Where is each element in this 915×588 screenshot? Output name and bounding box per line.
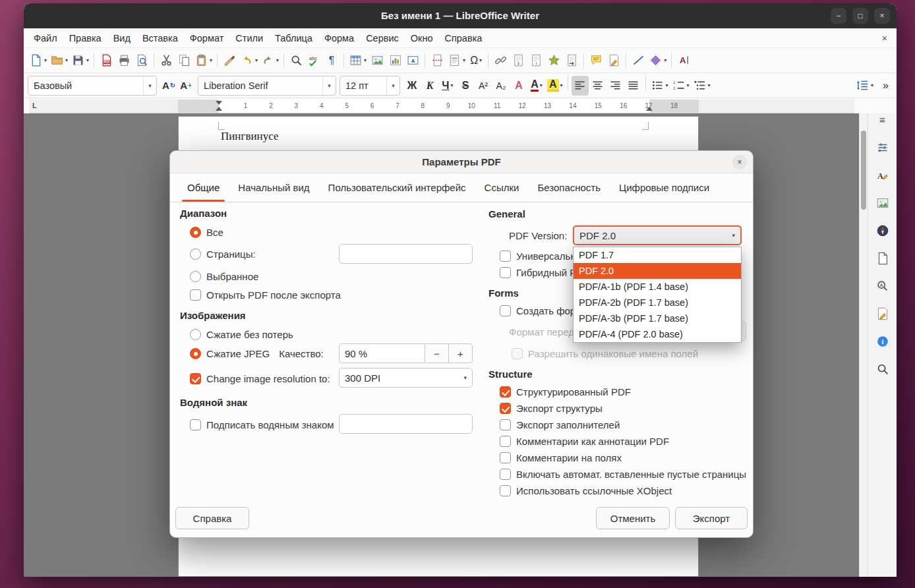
ruler[interactable]: L 123456789101112131415161718 [29,100,854,113]
maximize-button[interactable]: □ [852,8,868,24]
pdf-version-option[interactable]: PDF/A-2b (PDF 1.7 base) [574,295,741,310]
bold-icon[interactable]: Ж ▾ [403,76,421,96]
quality-decrease-button[interactable]: − [425,343,449,363]
chevron-down-icon[interactable]: ▾ [322,76,336,95]
tab-stop-selector[interactable]: L [32,102,37,109]
vertical-scrollbar[interactable] [859,113,868,577]
insert-textbox-icon[interactable]: ▾ [404,51,421,71]
sidebar-page-icon[interactable] [874,250,891,266]
menu-insert[interactable]: Вставка [136,31,184,45]
close-button[interactable]: × [874,8,890,24]
tab-user-interface[interactable]: Пользовательский интерфейс [319,173,475,202]
sidebar-styles-icon[interactable] [874,167,891,183]
checkbox-watermark[interactable]: Подписать водяным знаком [190,419,334,430]
tab-digital-signatures[interactable]: Цифровые подписи [610,173,719,202]
underline-icon[interactable]: Ч ▾ [439,76,456,96]
export-button[interactable]: Экспорт [675,507,748,529]
insert-field-icon[interactable]: ▾ [446,51,467,71]
first-line-indent-marker[interactable] [216,101,222,105]
pdf-version-option[interactable]: PDF/A-3b (PDF 1.7 base) [574,310,741,326]
footnote-icon[interactable]: ▾ [510,51,527,71]
draw-text-icon[interactable]: ▾ [675,51,692,71]
sidebar-style-inspector-icon[interactable] [874,278,891,294]
checkbox-change-resolution[interactable]: Change image resolution to: [190,372,330,384]
radio-all[interactable]: Все [190,226,223,238]
insert-table-icon[interactable]: ▾ [347,51,368,71]
new-document-icon[interactable]: ▾ [28,51,48,71]
menu-help[interactable]: Справка [438,31,488,45]
insert-chart-icon[interactable]: ▾ [386,51,403,71]
font-name-combo[interactable]: Liberation Serif ▾ [198,76,336,96]
cross-reference-icon[interactable]: ▾ [563,51,580,71]
print-icon[interactable]: ▾ [115,51,133,71]
formatting-marks-icon[interactable]: ¶ ▾ [323,51,340,71]
chevron-down-icon[interactable]: ▾ [386,76,399,95]
structure-checkbox-row[interactable]: Включать автомат. вставленные пустые стр… [500,468,746,480]
watermark-input[interactable] [339,414,473,434]
numbered-list-icon[interactable]: ▾ [670,76,691,96]
help-button[interactable]: Справка [175,507,249,529]
outline-list-icon[interactable]: ▾ [692,76,712,96]
quality-input[interactable] [339,343,425,363]
menu-styles[interactable]: Стили [229,31,269,45]
undo-icon[interactable]: ▾ [239,51,259,71]
sidebar-accessibility-icon[interactable] [874,333,891,349]
clone-formatting-icon[interactable]: ▾ [221,51,238,71]
pdf-version-option[interactable]: PDF 1.7 [574,247,741,263]
pdf-version-option[interactable]: PDF/A-4 (PDF 2.0 base) [574,326,741,342]
radio-lossless[interactable]: Сжатие без потерь [190,328,293,340]
structure-checkbox-row[interactable]: Экспорт структуры [500,402,746,414]
redo-icon[interactable]: ▾ [260,51,280,71]
tab-initial-view[interactable]: Начальный вид [229,173,318,202]
align-right-icon[interactable]: ▾ [607,76,624,96]
highlight-color-icon[interactable]: A ▾ [546,76,564,96]
track-changes-icon[interactable]: ▾ [605,51,622,71]
basic-shapes-icon[interactable]: ▾ [647,51,668,71]
font-size-combo[interactable]: 12 пт ▾ [339,76,400,96]
pdf-version-option[interactable]: PDF/A-1b (PDF 1.4 base) [574,279,741,295]
sidebar-gallery-icon[interactable] [874,194,891,211]
bullet-list-icon[interactable]: ▾ [649,76,670,96]
sidebar-find-icon[interactable] [874,361,891,377]
menu-format[interactable]: Формат [184,31,230,45]
sidebar-navigator-icon[interactable] [874,222,891,239]
export-pdf-icon[interactable]: ▾ [98,51,115,71]
print-preview-icon[interactable]: ▾ [133,51,150,71]
find-replace-icon[interactable]: ▾ [287,51,305,71]
menu-table[interactable]: Таблица [269,31,318,45]
font-color-icon[interactable]: A ▾ [528,76,545,96]
tab-links[interactable]: Ссылки [475,173,529,202]
open-icon[interactable]: ▾ [49,51,69,71]
menu-view[interactable]: Вид [107,31,136,45]
align-left-icon[interactable]: ▾ [572,76,589,96]
dialog-titlebar[interactable]: Параметры PDF × [170,151,753,173]
toolbar-overflow-icon[interactable]: » [879,80,893,92]
special-character-icon[interactable]: Ω ▾ [467,51,485,71]
superscript-icon[interactable]: A² ▾ [475,76,492,96]
window-titlebar[interactable]: Без имени 1 — LibreOffice Writer − □ × [24,3,897,28]
insert-comment-icon[interactable]: ▾ [587,51,605,71]
clear-formatting-icon[interactable]: A ▾ [510,76,527,96]
tab-general[interactable]: Общие [178,173,229,202]
radio-pages[interactable]: Страницы: [190,248,256,260]
structure-checkbox-row[interactable]: Структурированный PDF [500,386,746,397]
paragraph-spacing-icon[interactable]: ▾ [854,76,875,96]
tab-security[interactable]: Безопасность [528,173,610,202]
radio-selection[interactable]: Выбранное [190,270,258,282]
structure-checkbox-row[interactable]: Использовать ссылочные XObject [500,485,746,496]
new-style-icon[interactable]: A+ [177,76,194,96]
checkbox-create-form[interactable]: Создать форм [500,305,583,316]
sidebar-menu-icon[interactable]: ≡ [879,114,885,129]
sidebar-properties-icon[interactable] [874,139,891,156]
structure-checkbox-row[interactable]: Комментарии на полях [500,452,746,463]
minimize-button[interactable]: − [831,8,846,24]
bookmark-icon[interactable]: ▾ [545,51,562,71]
menu-edit[interactable]: Правка [63,31,107,45]
insert-image-icon[interactable]: ▾ [369,51,386,71]
checkbox-hybrid-pdf[interactable]: Гибридный P [500,266,576,278]
structure-checkbox-row[interactable]: Экспорт заполнителей [500,419,746,430]
structure-checkbox-row[interactable]: Комментарии как аннотации PDF [500,435,746,447]
checkbox-universal-accessibility[interactable]: Универсальн [500,250,576,262]
hyperlink-icon[interactable]: ▾ [492,51,509,71]
save-icon[interactable]: ▾ [70,51,90,71]
